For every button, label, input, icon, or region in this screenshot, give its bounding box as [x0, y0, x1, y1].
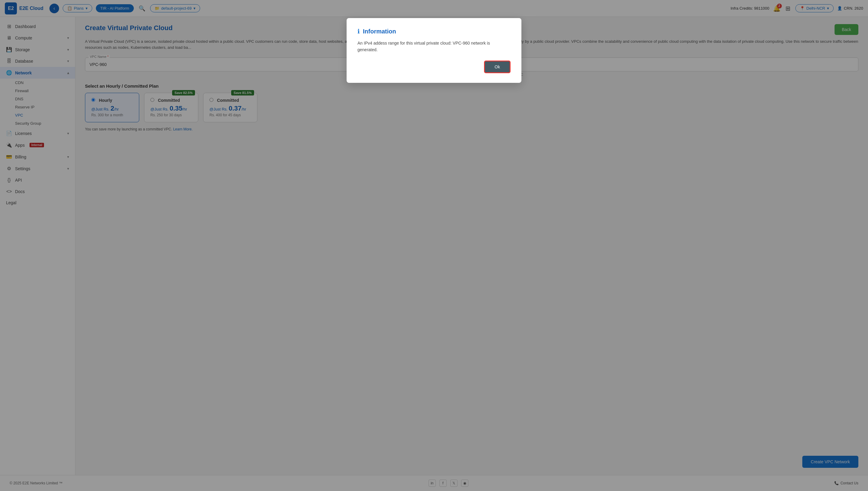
information-modal: ℹ Information An IPv4 addess range for t… [346, 18, 522, 83]
modal-overlay: ℹ Information An IPv4 addess range for t… [0, 0, 868, 491]
modal-title-row: ℹ Information [358, 28, 510, 35]
ok-button[interactable]: Ok [484, 61, 510, 73]
modal-title: Information [363, 28, 396, 35]
modal-body: An IPv4 addess range for this virtual pr… [358, 40, 510, 53]
info-icon: ℹ [358, 28, 360, 35]
modal-actions: Ok [358, 61, 510, 73]
